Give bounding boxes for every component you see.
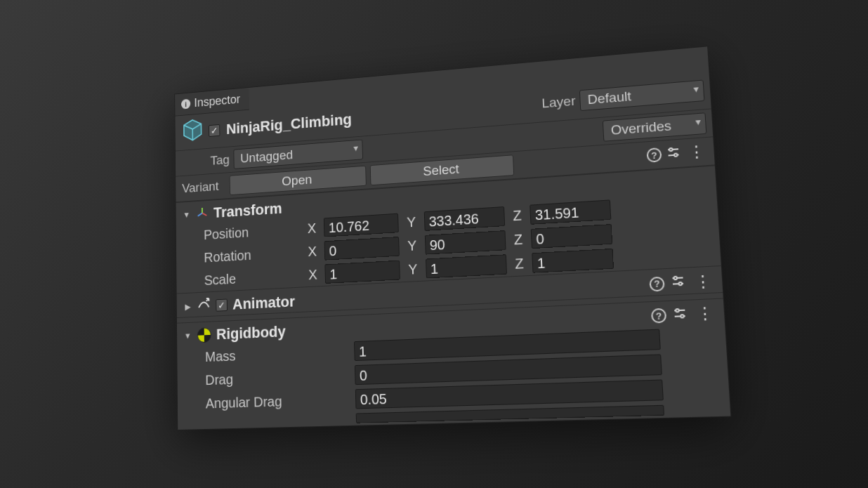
angular-drag-label: Angular Drag [206, 390, 350, 411]
component-menu-icon[interactable]: ⋮ [693, 305, 717, 322]
preset-sliders-icon[interactable] [670, 273, 686, 292]
info-icon: i [181, 98, 190, 109]
layer-dropdown[interactable]: Default [579, 79, 705, 111]
component-menu-icon[interactable]: ⋮ [685, 143, 708, 161]
y-axis-label: Y [405, 261, 420, 277]
rotation-z-field[interactable]: 0 [531, 224, 612, 249]
transform-axis-icon [196, 205, 209, 223]
position-x-field[interactable]: 10.762 [324, 213, 399, 237]
rotation-y-field[interactable]: 90 [425, 230, 506, 255]
position-z-field[interactable]: 31.591 [530, 199, 611, 224]
scale-y-field[interactable]: 1 [426, 254, 507, 278]
rigidbody-foldout[interactable]: ▼ [183, 331, 192, 341]
x-axis-label: X [305, 266, 320, 283]
animator-enabled-checkbox[interactable]: ✓ [216, 298, 228, 311]
help-icon[interactable]: ? [646, 147, 662, 162]
position-label: Position [204, 221, 300, 242]
overrides-dropdown[interactable]: Overrides [603, 112, 707, 142]
svg-point-0 [669, 147, 672, 150]
x-axis-label: X [305, 220, 319, 236]
transform-foldout[interactable]: ▼ [182, 209, 191, 219]
svg-point-5 [680, 314, 684, 317]
y-axis-label: Y [405, 237, 419, 253]
drag-label: Drag [205, 367, 350, 388]
animator-icon [197, 296, 211, 315]
svg-point-1 [674, 153, 677, 156]
svg-point-2 [674, 276, 678, 279]
scale-z-field[interactable]: 1 [532, 248, 614, 272]
tag-label: Tag [210, 152, 230, 168]
z-axis-label: Z [512, 255, 527, 272]
inspector-tab-label: Inspector [194, 92, 240, 110]
scale-x-field[interactable]: 1 [325, 260, 401, 283]
animator-foldout[interactable]: ▶ [183, 301, 192, 311]
position-y-field[interactable]: 333.436 [423, 206, 504, 231]
prefab-cube-icon [180, 116, 205, 147]
variant-label: Variant [182, 178, 226, 196]
rigidbody-icon [197, 327, 211, 343]
svg-point-4 [676, 308, 679, 311]
scale-label: Scale [204, 267, 301, 288]
rotation-label: Rotation [204, 244, 300, 265]
x-axis-label: X [305, 243, 320, 259]
component-menu-icon[interactable]: ⋮ [691, 272, 715, 290]
svg-point-3 [678, 282, 682, 284]
z-axis-label: Z [510, 206, 525, 223]
layer-label: Layer [541, 93, 576, 111]
help-icon[interactable]: ? [651, 308, 667, 323]
partial-label [206, 418, 350, 421]
preset-sliders-icon[interactable] [666, 144, 682, 163]
help-icon[interactable]: ? [649, 276, 664, 291]
preset-sliders-icon[interactable] [672, 305, 688, 324]
rotation-x-field[interactable]: 0 [324, 237, 400, 261]
y-axis-label: Y [404, 213, 419, 230]
mass-label: Mass [205, 343, 349, 364]
gameobject-enabled-checkbox[interactable]: ✓ [209, 124, 220, 136]
z-axis-label: Z [511, 230, 525, 247]
inspector-panel: i Inspector ✓ NinjaRig_Climbing Layer De… [174, 46, 731, 430]
